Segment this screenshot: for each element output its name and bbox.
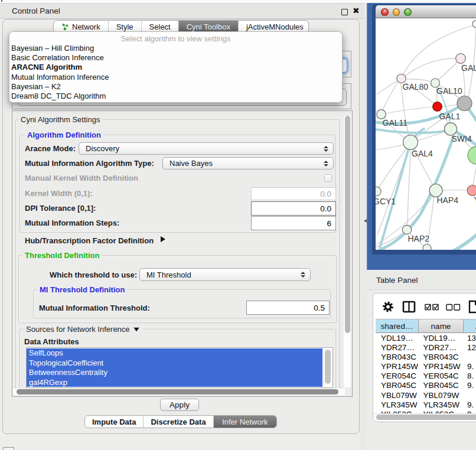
data-attribute-item[interactable]: SelfLoops (27, 348, 322, 358)
network-canvas[interactable]: GAL2GAL80GAL10GAL1GAL11SWI4GAL4HAP4YGCY1… (376, 18, 476, 250)
gear-icon[interactable] (383, 302, 393, 312)
node-label-GAL10: GAL10 (436, 86, 462, 96)
mi-steps-label: Mutual Information Steps: (25, 219, 119, 227)
table-row[interactable]: YER054CYER054C8. (376, 371, 476, 381)
table-cell: YBR045C (376, 381, 418, 390)
data-attribute-item[interactable]: BetweennessCentrality (27, 368, 322, 378)
mi-type-combo[interactable]: Naive Bayes (162, 157, 334, 169)
table-cell: 13 (462, 334, 476, 343)
deselect-all-columns-icon[interactable] (446, 305, 460, 311)
tab-impute-data[interactable]: Impute Data (85, 416, 143, 428)
node-label-Y-node: Y (474, 195, 476, 204)
table-toolbar (373, 294, 476, 318)
manual-kernel-label: Manual Kernel Width Definition (25, 174, 138, 182)
manual-kernel-checkbox[interactable] (324, 174, 332, 182)
sources-title-row[interactable]: Sources for Network Inference (24, 324, 142, 334)
hide-panel-icon[interactable] (3, 447, 14, 450)
cyni-settings-scrollpane: Cyni Algorithm Settings Algorithm Defini… (12, 110, 353, 397)
algorithm-option[interactable]: Basic Correlation Inference (9, 53, 342, 63)
apply-button[interactable]: Apply (160, 399, 199, 411)
algorithm-option[interactable]: Bayesian – K2 (9, 82, 342, 92)
network-node-gray-node[interactable] (457, 96, 472, 111)
network-edge[interactable] (442, 105, 457, 107)
column-header-name[interactable]: name (419, 319, 464, 332)
algorithm-dropdown-popup: Select algorithm to view settings Bayesi… (9, 31, 343, 103)
network-node-GAL4[interactable] (403, 135, 418, 150)
network-edge[interactable] (376, 145, 405, 150)
table-cell: YBR045C (418, 381, 462, 390)
network-node-Y-node[interactable] (467, 185, 476, 196)
mi-threshold-label: Mutual Information Threshold: (39, 304, 150, 312)
network-node-top-node[interactable] (472, 21, 476, 28)
network-node-GAL2[interactable] (456, 54, 466, 64)
data-attributes-label: Data Attributes (24, 337, 79, 346)
network-node-green-node[interactable] (468, 146, 476, 164)
table-cell: YLR345W (418, 400, 462, 410)
minimize-traffic-light-icon[interactable] (393, 8, 400, 16)
network-node-GCY1[interactable] (376, 187, 381, 195)
algorithm-option[interactable]: Dream8 DC_TDC Algorithm (9, 92, 342, 101)
table-panel-title: Table Panel (376, 276, 418, 285)
attributes-list-vscrollbar[interactable] (323, 348, 332, 387)
data-attribute-item[interactable]: TopologicalCoefficient (27, 358, 322, 369)
aracne-mode-combo[interactable]: Discovery (79, 142, 334, 155)
mi-steps-field[interactable]: 6 (251, 216, 336, 230)
network-edge-highlighted[interactable] (454, 234, 476, 250)
data-attributes-list[interactable]: SelfLoopsTopologicalCoefficientBetweenne… (26, 347, 333, 388)
table-row[interactable]: YLR345WYLR345W9. (376, 400, 476, 410)
split-columns-icon[interactable] (403, 302, 415, 312)
table-row[interactable]: YPR145WYPR145W9. (376, 362, 476, 371)
mi-threshold-field[interactable]: 0.5 (246, 301, 330, 315)
table-row[interactable]: YBL079WYBL079W (376, 391, 476, 400)
network-edge[interactable] (473, 165, 476, 185)
table-cell: YDL19… (376, 334, 418, 343)
table-hscrollbar-thumb[interactable] (376, 415, 476, 420)
close-icon[interactable]: ✖ (353, 6, 360, 15)
table-hscrollbar[interactable] (373, 413, 476, 420)
network-edge[interactable] (406, 79, 431, 81)
network-edge[interactable] (407, 149, 411, 225)
sources-title: Sources for Network Inference (26, 324, 130, 334)
panel-divider[interactable] (360, 19, 367, 450)
select-all-columns-icon[interactable] (425, 305, 438, 310)
network-node-GAL11[interactable] (377, 110, 386, 119)
tab-infer-network[interactable]: Infer Network (213, 416, 276, 428)
settings-vscrollbar-thumb[interactable] (345, 116, 350, 333)
aracne-mode-label: Aracne Mode: (25, 144, 76, 153)
settings-vscrollbar[interactable] (344, 116, 351, 387)
table-cell: YPR145W (418, 362, 462, 371)
algorithm-option[interactable]: Mutual Information Inference (9, 73, 342, 82)
zoom-traffic-light-icon[interactable] (404, 8, 412, 16)
algorithm-option[interactable]: Bayesian – Hill Climbing (9, 44, 342, 53)
table-cell: 8. (462, 371, 476, 381)
data-attribute-item[interactable]: gal4RGexp (27, 378, 322, 388)
network-node-bottom-node[interactable] (423, 244, 431, 250)
float-window-icon[interactable] (341, 9, 348, 15)
settings-hscrollbar[interactable] (13, 389, 345, 395)
network-edge[interactable] (383, 82, 398, 110)
network-node-SWI4[interactable] (444, 123, 457, 135)
network-node-GAL1[interactable] (433, 102, 442, 112)
dpi-tolerance-field[interactable]: 0.0 (251, 201, 336, 216)
kernel-width-field[interactable]: 0.0 (251, 187, 336, 200)
column-header-shared[interactable]: shared… (376, 319, 419, 332)
hub-expand-icon[interactable] (161, 236, 165, 242)
table-row[interactable]: YBR045CYBR045C9. (376, 381, 476, 390)
settings-hscrollbar-thumb[interactable] (17, 389, 338, 394)
network-node-HAP2[interactable] (402, 225, 411, 234)
which-threshold-combo[interactable]: MI Threshold (139, 268, 311, 281)
tab-discretize-data[interactable]: Discretize Data (143, 416, 213, 428)
table-row[interactable]: YBR043CYBR043C (376, 353, 476, 362)
close-traffic-light-icon[interactable] (381, 8, 389, 16)
top-tick (1, 0, 2, 2)
network-window-titlebar[interactable] (376, 5, 476, 18)
table-row[interactable]: YDR27…YDR27…12 (376, 343, 476, 353)
algorithm-option[interactable]: ARACNE Algorithm (9, 63, 342, 72)
network-edge[interactable] (386, 107, 433, 113)
export-table-icon[interactable] (470, 301, 476, 312)
attributes-list-vscrollbar-thumb[interactable] (325, 350, 331, 384)
network-edge-highlighted[interactable] (376, 129, 445, 133)
column-header-A[interactable]: A (464, 319, 476, 332)
table-row[interactable]: YDL19…YDL19…13 (376, 334, 476, 343)
sources-collapse-icon[interactable] (133, 327, 139, 331)
